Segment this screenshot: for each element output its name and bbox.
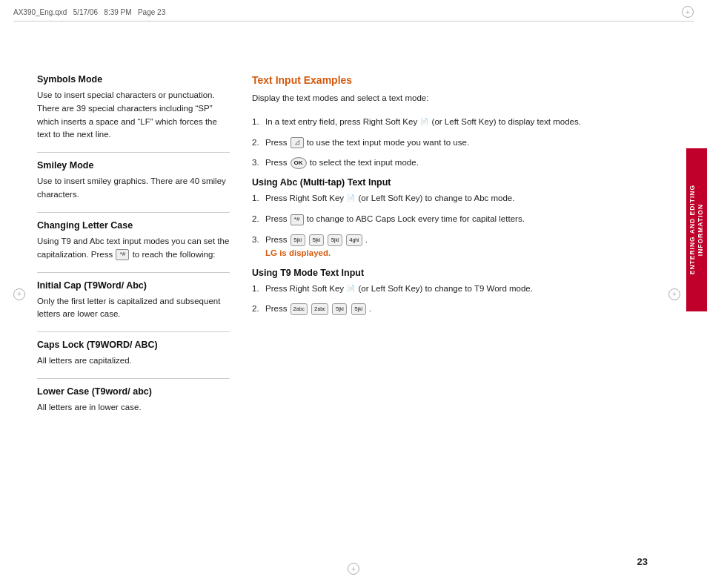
- right-crosshair-circle: [668, 288, 680, 300]
- abc-item-3-content: Press 5jkl 5jkl 5jkl 4ghi . LG is displa…: [265, 234, 670, 260]
- using-t9-section: Using T9 Mode Text Input 1. Press Right …: [252, 268, 670, 317]
- right-item-1-num: 1.: [252, 116, 262, 129]
- key-5jkl-t9: 5jkl: [332, 303, 347, 315]
- t9-item-2-prefix: Press: [265, 304, 290, 313]
- abc-item-1-prefix: Press Right Soft Key: [265, 194, 346, 202]
- t9-item-2-dot: .: [369, 304, 371, 313]
- right-item-2: 2. Press ◿ to use the text input mode yo…: [252, 136, 670, 150]
- header-bar: AX390_Eng.qxd 5/17/06 8:39 PM Page 23: [13, 6, 694, 22]
- divider-2: [37, 212, 230, 213]
- key-2abc-2: 2abc: [311, 303, 328, 315]
- right-item-3-prefix: Press: [265, 158, 290, 167]
- right-item-1-suffix: (or Left Soft Key) to display text modes…: [432, 117, 581, 126]
- side-tab-text: ENTERING AND EDITINGINFORMATION: [688, 185, 705, 274]
- abc-item-3-num: 3.: [252, 234, 262, 260]
- symbols-mode-title: Symbols Mode: [37, 74, 230, 85]
- t9-item-1-content: Press Right Soft Key 📄 (or Left Soft Key…: [265, 283, 670, 296]
- file-name: AX390_Eng.qxd: [13, 8, 67, 16]
- soft-key-icon-3: 📄: [347, 284, 355, 294]
- lg-displayed-text: LG is displayed.: [265, 248, 331, 257]
- lower-case-body: All letters are in lower case.: [37, 401, 230, 414]
- key-5jkl-3: 5jkl: [328, 234, 342, 246]
- page-number: 23: [637, 556, 648, 567]
- right-item-1-prefix: In a text entry field, press Right Soft …: [265, 117, 419, 126]
- t9-item-2-content: Press 2abc 2abc 5jkl 5jkl .: [265, 303, 670, 316]
- t9-item-1: 1. Press Right Soft Key 📄 (or Left Soft …: [252, 283, 670, 296]
- abc-item-1: 1. Press Right Soft Key 📄 (or Left Soft …: [252, 192, 670, 205]
- t9-item-1-suffix: (or Left Soft Key) to change to T9 Word …: [359, 284, 533, 293]
- right-crosshair: [668, 288, 680, 300]
- abc-item-2-suffix: to change to ABC Caps Lock every time fo…: [307, 214, 525, 223]
- abc-item-3: 3. Press 5jkl 5jkl 5jkl 4ghi . LG is dis…: [252, 234, 670, 260]
- abc-item-3-prefix: Press: [265, 235, 290, 244]
- header-crosshair: [682, 6, 694, 18]
- soft-key-icon-1: 📄: [420, 117, 428, 128]
- using-abc-section: Using Abc (Multi-tap) Text Input 1. Pres…: [252, 177, 670, 260]
- changing-letter-case-title: Changing Letter Case: [37, 220, 230, 231]
- t9-item-1-num: 1.: [252, 283, 262, 296]
- initial-cap-section: Initial Cap (T9Word/ Abc) Only the first…: [37, 280, 230, 322]
- ok-key-1: OK: [291, 157, 307, 169]
- file-time: 8:39 PM: [104, 8, 131, 16]
- key-4ghi-1: 4ghi: [346, 234, 362, 246]
- t9-item-2-num: 2.: [252, 303, 262, 316]
- caps-lock-title: Caps Lock (T9WORD/ ABC): [37, 340, 230, 350]
- right-item-2-num: 2.: [252, 136, 262, 150]
- abc-item-2: 2. Press *# to change to ABC Caps Lock e…: [252, 213, 670, 226]
- bottom-crosshair: [348, 563, 359, 575]
- changing-letter-case-section: Changing Letter Case Using T9 and Abc te…: [37, 220, 230, 262]
- page-container: AX390_Eng.qxd 5/17/06 8:39 PM Page 23 EN…: [0, 0, 707, 588]
- side-tab: ENTERING AND EDITINGINFORMATION: [686, 148, 707, 311]
- caps-lock-body: All letters are capitalized.: [37, 354, 230, 368]
- changing-letter-case-suffix: to reach the following:: [133, 250, 216, 259]
- key-5jkl-t9-2: 5jkl: [351, 303, 366, 315]
- divider-4: [37, 331, 230, 332]
- abc-item-1-content: Press Right Soft Key 📄 (or Left Soft Key…: [265, 192, 670, 205]
- abc-item-1-suffix: (or Left Soft Key) to change to Abc mode…: [359, 194, 515, 202]
- lower-case-title: Lower Case (T9word/ abc): [37, 386, 230, 397]
- abc-item-2-content: Press *# to change to ABC Caps Lock ever…: [265, 213, 670, 226]
- file-date: 5/17/06: [73, 8, 98, 16]
- bottom-crosshair-circle: [348, 563, 359, 575]
- using-abc-title: Using Abc (Multi-tap) Text Input: [252, 177, 670, 188]
- right-item-3-suffix: to select the text input mode.: [310, 158, 419, 167]
- left-column: Symbols Mode Use to insert special chara…: [37, 30, 230, 551]
- right-item-3: 3. Press OK to select the text input mod…: [252, 156, 670, 170]
- text-input-examples-title: Text Input Examples: [252, 74, 670, 86]
- using-t9-title: Using T9 Mode Text Input: [252, 268, 670, 278]
- changing-letter-case-body: Using T9 and Abc text input modes you ca…: [37, 235, 230, 262]
- right-item-2-suffix: to use the text input mode you want to u…: [307, 138, 469, 147]
- abc-item-3-dot: .: [365, 235, 368, 244]
- symbols-mode-body: Use to insert special characters or punc…: [37, 89, 230, 142]
- right-item-3-content: Press OK to select the text input mode.: [265, 156, 670, 170]
- right-item-2-prefix: Press: [265, 138, 290, 147]
- file-page: Page 23: [138, 8, 165, 16]
- divider-5: [37, 378, 230, 379]
- initial-cap-body: Only the first letter is capitalized and…: [37, 295, 230, 322]
- left-crosshair: [13, 288, 25, 300]
- key-5jkl-2: 5jkl: [309, 234, 324, 246]
- lower-case-section: Lower Case (T9word/ abc) All letters are…: [37, 386, 230, 414]
- smiley-mode-body: Use to insert smiley graphics. There are…: [37, 175, 230, 202]
- right-item-2-content: Press ◿ to use the text input mode you w…: [265, 136, 670, 150]
- file-info: AX390_Eng.qxd 5/17/06 8:39 PM Page 23: [13, 8, 682, 16]
- smiley-mode-section: Smiley Mode Use to insert smiley graphic…: [37, 160, 230, 202]
- t9-item-2: 2. Press 2abc 2abc 5jkl 5jkl .: [252, 303, 670, 316]
- right-item-3-num: 3.: [252, 156, 262, 170]
- divider-3: [37, 272, 230, 273]
- star-key-2: *#: [291, 214, 304, 225]
- nav-key-icon: ◿: [291, 137, 304, 148]
- abc-item-2-num: 2.: [252, 213, 262, 226]
- abc-item-2-prefix: Press: [265, 214, 290, 223]
- left-crosshair-circle: [13, 288, 25, 300]
- smiley-mode-title: Smiley Mode: [37, 160, 230, 171]
- right-item-1: 1. In a text entry field, press Right So…: [252, 116, 670, 129]
- right-column: Text Input Examples Display the text mod…: [252, 30, 670, 551]
- soft-key-icon-2: 📄: [347, 194, 355, 204]
- content-area: Symbols Mode Use to insert special chara…: [37, 30, 670, 551]
- abc-item-1-num: 1.: [252, 192, 262, 205]
- key-2abc-1: 2abc: [291, 303, 308, 315]
- symbols-mode-section: Symbols Mode Use to insert special chara…: [37, 74, 230, 142]
- key-5jkl-1: 5jkl: [291, 234, 305, 246]
- right-item-1-content: In a text entry field, press Right Soft …: [265, 116, 670, 129]
